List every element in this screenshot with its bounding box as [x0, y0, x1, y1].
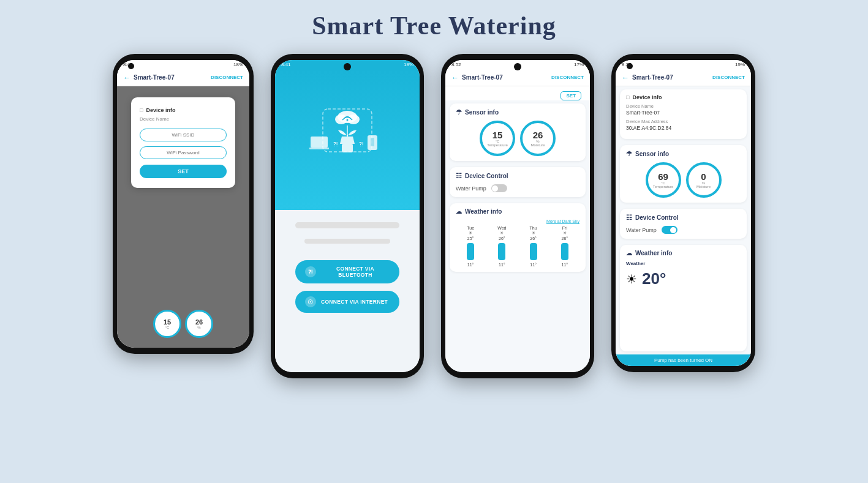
connect-internet-button[interactable]: ☉ CONNECT VIA INTERNET [295, 291, 399, 313]
phone-2: 8:41 18% [271, 54, 424, 378]
phone-4-disconnect[interactable]: DISCONNECT [712, 75, 745, 80]
day-thu: Thu [530, 226, 537, 230]
water-pump-label-3: Water Pump [456, 185, 486, 192]
dialog-device-name-label: Device Name [140, 116, 227, 122]
more-link-3[interactable]: More at Dark Sky [456, 219, 579, 223]
water-pump-toggle-4[interactable] [662, 226, 677, 234]
device-control-icon-3: ☷ [456, 172, 462, 180]
back-icon-1[interactable]: ← [123, 73, 130, 82]
connect-internet-label: CONNECT VIA INTERNET [321, 299, 388, 305]
phone-3-battery: 17% [574, 62, 584, 67]
device-name-value-4: Smart-Tree-07 [626, 110, 741, 116]
connect-bluetooth-label: CONNECT VIA BLUETOOTH [321, 266, 390, 278]
sensor-row-3: 15 °C Temperature 26 % Moisture [456, 121, 579, 156]
phone-1-moisture-unit: % [197, 326, 200, 329]
phone-1-app-bar: ← Smart-Tree-07 DISCONNECT [117, 69, 249, 86]
water-pump-row-4: Water Pump [626, 226, 741, 234]
sensor-row-4: 69 °C Temperature 0 % Moisture [626, 162, 741, 198]
phone-3-screen: 8:52 17% ← Smart-Tree-07 DISCONNECT SET [445, 60, 590, 372]
placeholder-2 [304, 239, 390, 244]
weather-icon-4: ☁ [626, 250, 632, 256]
svg-rect-5 [342, 144, 353, 152]
phone-1-temp-unit: °C [165, 326, 170, 329]
wifi-password-input[interactable] [140, 146, 227, 159]
phone-3-app-title: Smart-Tree-07 [462, 74, 503, 81]
moisture-gauge-3: 26 % Moisture [520, 121, 556, 156]
day-fri: Fri [562, 226, 567, 230]
bar-wed [498, 243, 505, 260]
sensor-card-4: ☂ Sensor info 69 °C Temperature 0 % Mois… [620, 145, 747, 203]
wifi-ssid-input[interactable] [140, 129, 227, 141]
phone-1-temp-value: 15 [164, 318, 171, 326]
device-control-icon-4: ☷ [626, 214, 632, 222]
phone-3-content: ☂ Sensor info 15 °C Temperature 26 % Moi… [445, 100, 590, 372]
high-wed: 26° [499, 236, 505, 241]
device-info-section-4: □ Device info Device Name Smart-Tree-07 … [620, 89, 747, 139]
weather-icon-3: ☁ [456, 208, 462, 215]
weather-title-4: ☁ Weather info [626, 250, 741, 256]
connect-bluetooth-button[interactable]: ⁈ CONNECT VIA BLUETOOTH [295, 260, 399, 283]
phone-2-time: 8:41 [281, 62, 291, 67]
bluetooth-icon: ⁈ [305, 266, 316, 277]
sensor-title-3: ☂ Sensor info [456, 108, 579, 116]
phone-3-time: 8:52 [451, 62, 461, 67]
phone-3-set-badge[interactable]: SET [560, 91, 581, 100]
bar-thu [530, 243, 537, 260]
phone-1-dialog: □ Device info Device Name SET [131, 97, 235, 188]
water-pump-toggle-3[interactable] [491, 184, 507, 192]
punch-hole-4 [627, 63, 633, 69]
svg-marker-6 [340, 137, 355, 144]
weather-label-4: Weather [626, 261, 741, 266]
phone-1-battery: 18% [233, 62, 243, 67]
weather-card-4: ☁ Weather info Weather ☀ 20° [620, 245, 747, 351]
phone-1-moisture-gauge: 26 % [185, 310, 213, 338]
device-control-title-3: ☷ Device Control [456, 172, 579, 180]
internet-icon: ☉ [305, 296, 316, 307]
dialog-section-title: Device info [146, 107, 175, 113]
phone-1-sensors: 15 °C 26 % [153, 310, 213, 338]
mac-label-4: Device Mac Address [626, 119, 741, 124]
phone-1-disconnect[interactable]: DISCONNECT [211, 75, 243, 80]
phone-4-content: □ Device info Device Name Smart-Tree-07 … [616, 86, 751, 366]
water-pump-label-4: Water Pump [626, 227, 657, 233]
punch-hole-3 [514, 63, 521, 70]
phone-1-moisture-value: 26 [195, 318, 203, 326]
weather-day-thu: Thu ☀ 26° 11° [519, 226, 548, 267]
pump-status-bar-4: Pump has been turned ON [616, 354, 751, 366]
phone-4-battery: 19% [735, 62, 745, 67]
svg-rect-8 [309, 148, 329, 149]
sun-fri: ☀ [563, 231, 567, 236]
day-tue: Tue [467, 226, 474, 230]
svg-point-2 [335, 114, 347, 124]
phone-1-status-bar: 8:44 18% [117, 60, 249, 69]
low-wed: 11° [499, 263, 505, 267]
phone-1-temp-gauge: 15 °C [153, 310, 181, 338]
phone-2-body: ⁈ CONNECT VIA BLUETOOTH ☉ CONNECT VIA IN… [275, 210, 420, 372]
phone-4-app-title: Smart-Tree-07 [632, 74, 673, 81]
phone-3-disconnect[interactable]: DISCONNECT [551, 75, 584, 80]
phone-4-screen: 8:33 19% ← Smart-Tree-07 DISCONNECT □ De… [616, 60, 751, 366]
phone-1-set-button[interactable]: SET [140, 165, 227, 178]
phone-3: 8:52 17% ← Smart-Tree-07 DISCONNECT SET [441, 54, 594, 378]
weather-title-3: ☁ Weather info [456, 208, 579, 215]
device-info-row: □ Device info [140, 107, 227, 113]
temp-gauge-4: 69 °C Temperature [646, 162, 681, 198]
sun-wed: ☀ [500, 231, 504, 236]
device-info-heading-4: Device info [632, 94, 662, 100]
weather-temp-4: 20° [642, 269, 666, 288]
back-icon-3[interactable]: ← [451, 73, 459, 82]
phone-2-screen: 8:41 18% [275, 60, 420, 372]
weather-day-wed: Wed ☀ 26° 11° [487, 226, 516, 267]
phone-2-battery: 18% [404, 62, 413, 67]
phone-1-app-title: Smart-Tree-07 [134, 74, 175, 81]
high-fri: 26° [562, 236, 568, 241]
punch-hole-1 [128, 63, 134, 69]
back-icon-4[interactable]: ← [622, 73, 629, 82]
low-tue: 11° [467, 263, 474, 267]
sun-tue: ☀ [469, 231, 472, 236]
weather-row-4: ☀ 20° [626, 269, 741, 288]
svg-rect-7 [311, 137, 328, 148]
svg-point-4 [347, 119, 349, 121]
phone-1: 8:44 18% ← Smart-Tree-07 DISCONNECT □ De… [113, 54, 254, 354]
day-wed: Wed [497, 226, 506, 230]
